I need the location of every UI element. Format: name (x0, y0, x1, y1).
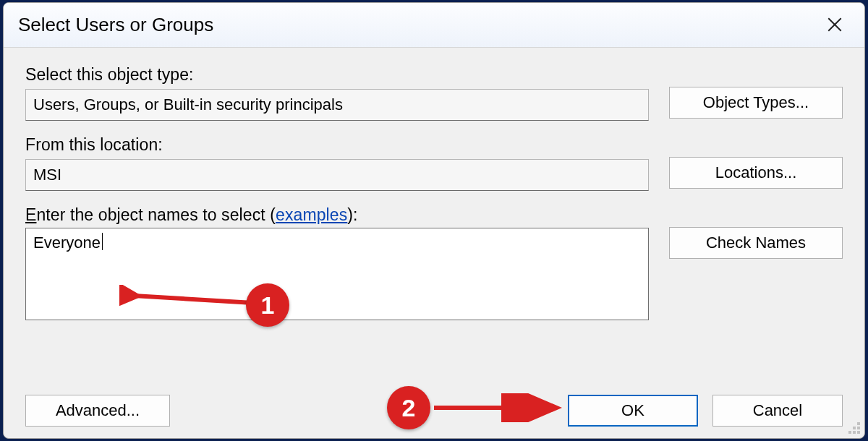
check-names-button[interactable]: Check Names (669, 227, 843, 259)
object-type-value: Users, Groups, or Built-in security prin… (33, 95, 343, 114)
select-users-dialog: Select Users or Groups Select this objec… (3, 2, 865, 439)
location-value: MSI (33, 166, 61, 184)
dialog-title: Select Users or Groups (18, 14, 213, 36)
location-field: MSI (25, 159, 649, 191)
resize-grip[interactable] (848, 422, 861, 435)
label-rest: nter the object names to select ( (36, 205, 276, 224)
titlebar: Select Users or Groups (4, 3, 864, 48)
locations-button[interactable]: Locations... (669, 157, 843, 189)
label-accel-char: E (25, 205, 36, 224)
object-names-row: Enter the object names to select (exampl… (25, 205, 843, 320)
object-type-row: Select this object type: Users, Groups, … (25, 65, 843, 121)
dialog-footer: Advanced... OK Cancel (25, 395, 843, 427)
ok-button[interactable]: OK (568, 395, 698, 427)
advanced-button[interactable]: Advanced... (25, 395, 170, 427)
object-type-label: Select this object type: (25, 65, 649, 85)
object-names-value: Everyone (33, 234, 101, 252)
dialog-content: Select this object type: Users, Groups, … (4, 48, 864, 438)
cancel-button[interactable]: Cancel (712, 395, 843, 427)
text-caret (102, 233, 103, 250)
close-icon (827, 16, 842, 35)
object-type-field: Users, Groups, or Built-in security prin… (25, 89, 649, 121)
examples-link[interactable]: examples (276, 205, 347, 224)
object-types-button[interactable]: Object Types... (669, 87, 843, 119)
object-names-label: Enter the object names to select (exampl… (25, 205, 649, 225)
object-names-input[interactable]: Everyone (25, 228, 649, 320)
location-row: From this location: MSI Locations... (25, 135, 843, 191)
close-button[interactable] (818, 9, 851, 42)
location-label: From this location: (25, 135, 649, 155)
label-suffix: ): (347, 205, 357, 224)
